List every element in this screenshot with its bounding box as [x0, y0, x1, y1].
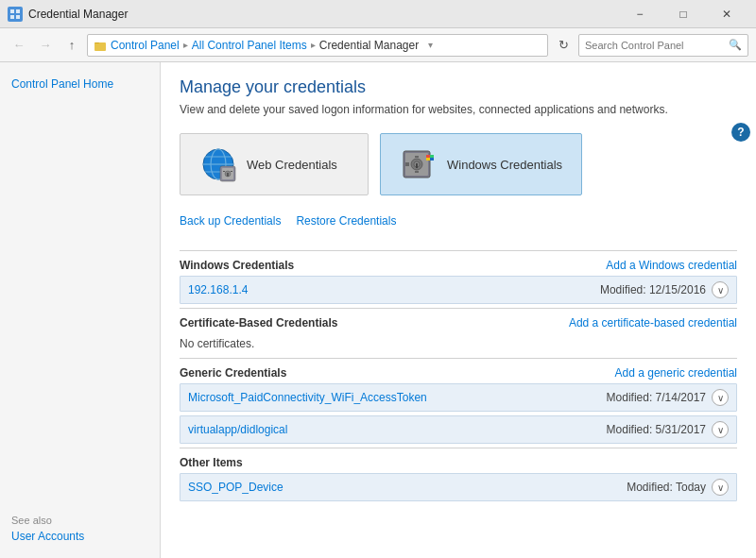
credential-name[interactable]: virtualapp/didlogical: [188, 423, 287, 436]
section-certificate: Certificate-Based CredentialsAdd a certi…: [180, 308, 737, 358]
credential-item: SSO_POP_DeviceModified: Today∨: [180, 473, 737, 501]
backup-credentials-link[interactable]: Back up Credentials: [180, 214, 281, 228]
expand-button[interactable]: ∨: [712, 389, 729, 406]
svg-rect-3: [16, 15, 20, 19]
search-input[interactable]: [585, 40, 725, 51]
forward-button[interactable]: →: [34, 34, 57, 57]
app-icon: [8, 7, 23, 22]
svg-rect-26: [430, 155, 434, 158]
credential-item: 192.168.1.4Modified: 12/15/2016∨: [180, 276, 737, 304]
help-button[interactable]: ?: [731, 123, 750, 142]
credential-modified: Modified: 5/31/2017∨: [607, 421, 729, 438]
content-area: Manage your credentials View and delete …: [161, 62, 756, 558]
credential-modified: Modified: 7/14/2017∨: [607, 389, 729, 406]
expand-button[interactable]: ∨: [712, 421, 729, 438]
svg-rect-21: [415, 156, 419, 158]
refresh-button[interactable]: ↻: [552, 34, 575, 57]
section-generic: Generic CredentialsAdd a generic credent…: [180, 358, 737, 444]
restore-credentials-link[interactable]: Restore Credentials: [296, 214, 396, 228]
breadcrumb-control-panel[interactable]: Control Panel: [111, 39, 180, 52]
web-credentials-label: Web Credentials: [247, 158, 337, 172]
credential-name[interactable]: SSO_POP_Device: [188, 481, 284, 494]
credential-item: Microsoft_PaidConnectivity_WiFi_AccessTo…: [180, 383, 737, 412]
svg-rect-23: [405, 162, 409, 166]
section-header-certificate: Certificate-Based CredentialsAdd a certi…: [180, 309, 737, 333]
add-credential-certificate[interactable]: Add a certificate-based credential: [569, 316, 737, 330]
section-title-windows: Windows Credentials: [180, 259, 294, 272]
svg-rect-27: [426, 158, 430, 161]
web-credentials-button[interactable]: Web Credentials: [180, 133, 369, 195]
credential-type-row: Web Credentials: [180, 133, 737, 195]
svg-rect-14: [223, 171, 225, 172]
expand-button[interactable]: ∨: [712, 479, 729, 496]
credential-name[interactable]: 192.168.1.4: [188, 283, 248, 296]
section-header-generic: Generic CredentialsAdd a generic credent…: [180, 359, 737, 383]
svg-rect-15: [231, 171, 232, 172]
credentials-sections: Windows CredentialsAdd a Windows credent…: [180, 250, 737, 501]
user-accounts-link[interactable]: User Accounts: [11, 530, 84, 543]
section-header-other: Other Items: [180, 448, 737, 473]
section-title-certificate: Certificate-Based Credentials: [180, 316, 337, 330]
svg-rect-1: [16, 9, 20, 13]
address-bar: ← → ↑ Control Panel ▸ All Control Panel …: [0, 28, 756, 62]
windows-credentials-label: Windows Credentials: [447, 158, 562, 172]
empty-label-certificate: No certificates.: [180, 333, 737, 358]
see-also-label: See also: [11, 515, 148, 526]
page-description: View and delete your saved logon informa…: [180, 103, 737, 116]
credential-modified: Modified: 12/15/2016∨: [600, 281, 729, 298]
section-header-windows: Windows CredentialsAdd a Windows credent…: [180, 251, 737, 276]
address-path: Control Panel ▸ All Control Panel Items …: [87, 34, 548, 57]
globe-icon: [199, 145, 237, 183]
modified-date: Modified: 5/31/2017: [607, 423, 706, 436]
credential-name[interactable]: Microsoft_PaidConnectivity_WiFi_AccessTo…: [188, 391, 427, 404]
main-layout: Control Panel Home See also User Account…: [0, 62, 756, 558]
search-icon: 🔍: [729, 39, 742, 51]
svg-rect-4: [94, 42, 106, 51]
add-credential-windows[interactable]: Add a Windows credential: [606, 259, 737, 272]
window-controls: − □ ✕: [618, 0, 748, 28]
folder-icon: [94, 39, 107, 52]
search-box: 🔍: [578, 34, 748, 57]
breadcrumb-all-items[interactable]: All Control Panel Items: [192, 39, 307, 52]
breadcrumb-current: Credential Manager: [319, 39, 419, 52]
safe-icon: [400, 145, 438, 183]
minimize-button[interactable]: −: [618, 0, 662, 28]
section-windows: Windows CredentialsAdd a Windows credent…: [180, 250, 737, 304]
svg-rect-0: [10, 9, 14, 13]
up-button[interactable]: ↑: [60, 34, 83, 57]
dropdown-arrow[interactable]: ▾: [428, 40, 433, 50]
credential-modified: Modified: Today∨: [627, 479, 729, 496]
svg-rect-2: [10, 15, 14, 19]
back-button[interactable]: ←: [8, 34, 30, 57]
svg-rect-25: [426, 155, 430, 158]
svg-rect-20: [416, 163, 418, 168]
close-button[interactable]: ✕: [705, 0, 748, 28]
control-panel-home-link[interactable]: Control Panel Home: [11, 77, 148, 91]
sidebar-see-also: See also User Accounts: [11, 515, 148, 543]
section-other: Other ItemsSSO_POP_DeviceModified: Today…: [180, 448, 737, 501]
expand-button[interactable]: ∨: [712, 281, 729, 298]
svg-rect-13: [227, 173, 229, 177]
credential-item: virtualapp/didlogicalModified: 5/31/2017…: [180, 415, 737, 444]
title-bar: Credential Manager − □ ✕: [0, 0, 756, 28]
windows-credentials-button[interactable]: Windows Credentials: [380, 133, 582, 195]
modified-date: Modified: 7/14/2017: [607, 391, 706, 404]
window-title: Credential Manager: [28, 8, 618, 21]
add-credential-generic[interactable]: Add a generic credential: [615, 366, 737, 380]
page-title: Manage your credentials: [180, 77, 737, 97]
section-title-other: Other Items: [180, 456, 243, 469]
maximize-button[interactable]: □: [662, 0, 705, 28]
modified-date: Modified: 12/15/2016: [600, 283, 706, 296]
section-title-generic: Generic Credentials: [180, 366, 286, 380]
svg-rect-22: [415, 171, 419, 173]
sidebar: Control Panel Home See also User Account…: [0, 62, 161, 558]
actions-row: Back up Credentials Restore Credentials: [180, 214, 737, 235]
modified-date: Modified: Today: [627, 481, 706, 494]
